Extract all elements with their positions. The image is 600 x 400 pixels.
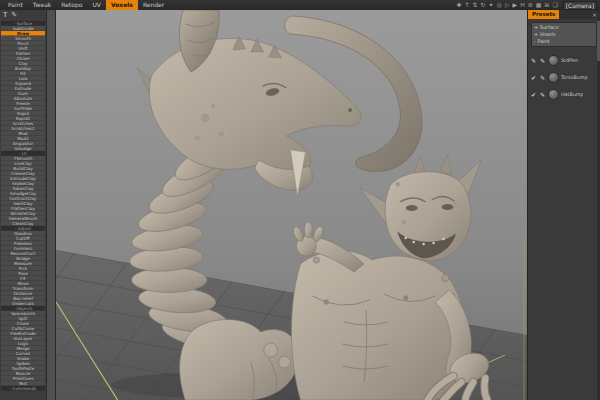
snap-icon[interactable]: ⊞ xyxy=(544,0,549,10)
menu-items: PaintTweakRetopoUVVoxelsRender xyxy=(3,0,169,10)
pen-icon: ✎ xyxy=(539,74,546,81)
preset-thumbnail xyxy=(548,89,559,100)
imp-torso[interactable] xyxy=(291,251,466,400)
presets-title-tab[interactable]: Presets xyxy=(528,10,559,19)
ignore-backfaces-icon[interactable]: ⊘ xyxy=(528,0,533,10)
preset-name: TorsoBump xyxy=(561,75,588,80)
dragon-nostril xyxy=(348,108,352,112)
preset-list: ✎✎StdPen✔✎TorsoBump✔✎HatBump xyxy=(528,52,600,103)
viewport-3d[interactable] xyxy=(56,10,527,400)
imp-eye-right xyxy=(442,204,454,210)
grid-icon[interactable]: ▦ xyxy=(536,0,542,10)
preset-folder-voxels[interactable]: + Voxels xyxy=(534,31,594,38)
preset-check-icon: ✎ xyxy=(530,57,537,64)
transform-icon[interactable]: ✦ xyxy=(489,0,494,10)
maximize-viewport-icon[interactable]: ❏ xyxy=(552,0,557,10)
preset-folder-surface[interactable]: + Surface xyxy=(534,24,594,31)
menu-item-paint[interactable]: Paint xyxy=(3,0,28,10)
menu-item-uv[interactable]: UV xyxy=(87,0,106,10)
pen-icon: ✎ xyxy=(539,57,546,64)
rotate-icon[interactable]: ↻ xyxy=(481,0,486,10)
preset-thumbnail xyxy=(548,72,559,83)
menu-item-tweak[interactable]: Tweak xyxy=(28,0,56,10)
imp-eye-left xyxy=(406,205,418,211)
preset-hatbump[interactable]: ✔✎HatBump xyxy=(528,86,600,103)
pick-target-icon[interactable]: ◎ xyxy=(497,0,502,10)
preset-thumbnail xyxy=(548,55,559,66)
sculpture-scene[interactable] xyxy=(56,10,527,400)
preset-name: StdPen xyxy=(561,58,578,63)
preset-folder-paint[interactable]: - Paint xyxy=(534,38,594,45)
preset-torsobump[interactable]: ✔✎TorsoBump xyxy=(528,69,600,86)
step-icon[interactable]: ▶ xyxy=(513,0,518,10)
camera-mode-button[interactable]: [Camera] xyxy=(563,1,597,10)
menu-item-render[interactable]: Render xyxy=(138,0,169,10)
pen-icon: ✎ xyxy=(539,91,546,98)
move-up-icon[interactable]: ↑ xyxy=(465,0,470,10)
preset-folder-tree: + Surface+ Voxels- Paint xyxy=(531,22,597,47)
tool-section-commands[interactable]: - Commands xyxy=(1,386,45,391)
tool-list: - SurfaceSubDivideDrawSmoothPinchShiftFl… xyxy=(0,21,46,391)
presets-panel: Presets × + Surface+ Voxels- Paint ✎✎Std… xyxy=(527,10,600,400)
menu-item-voxels[interactable]: Voxels xyxy=(106,0,138,10)
close-icon[interactable]: × xyxy=(592,10,600,19)
panel-splitter[interactable] xyxy=(46,10,56,400)
preset-check-icon: ✔ xyxy=(530,74,537,81)
scale-icon[interactable]: ⇅ xyxy=(473,0,478,10)
menubar-right: ✚↑⇅↻✦◎▷▶H⊘▦⊞❏ [Camera] xyxy=(453,0,597,10)
preset-name: HatBump xyxy=(561,92,583,97)
hide-icon[interactable]: H xyxy=(520,0,525,10)
tool-strip: T✎ xyxy=(0,10,46,21)
main-area: T✎ - SurfaceSubDivideDrawSmoothPinchShif… xyxy=(0,10,600,400)
text-tool-icon[interactable]: T xyxy=(3,10,7,21)
viewport-toolbar-icons: ✚↑⇅↻✦◎▷▶H⊘▦⊞❏ xyxy=(453,0,557,10)
preset-check-icon: ✔ xyxy=(530,91,537,98)
app-window: { "accent_color": "#e8820e", "menubar": … xyxy=(0,0,600,400)
play-icon[interactable]: ▷ xyxy=(505,0,510,10)
pen-tool-icon[interactable]: ✎ xyxy=(11,10,17,21)
preset-stdpen[interactable]: ✎✎StdPen xyxy=(528,52,600,69)
menubar: PaintTweakRetopoUVVoxelsRender ✚↑⇅↻✦◎▷▶H… xyxy=(0,0,600,10)
presets-titlebar: Presets × xyxy=(528,10,600,19)
menu-item-retopo[interactable]: Retopo xyxy=(56,0,87,10)
select-cross-icon[interactable]: ✚ xyxy=(456,0,461,10)
tool-sidebar: T✎ - SurfaceSubDivideDrawSmoothPinchShif… xyxy=(0,10,46,400)
